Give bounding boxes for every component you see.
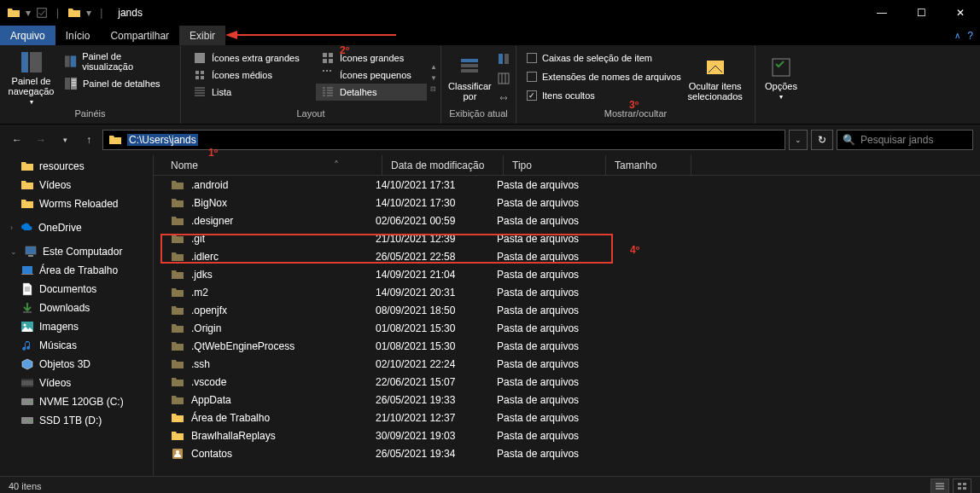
table-row[interactable]: BrawlhallaReplays30/09/2021 19:03Pasta d… <box>154 426 980 444</box>
file-list[interactable]: .android14/10/2021 17:31Pasta de arquivo… <box>154 176 980 476</box>
medium-icons-button[interactable]: Ícones médios <box>188 67 316 84</box>
details-pane-button[interactable]: Painel de detalhes <box>61 75 173 92</box>
preview-pane-button[interactable]: Painel de visualização <box>61 49 173 73</box>
help-icon[interactable]: ? <box>967 30 973 42</box>
file-name: .QtWebEngineProcess <box>191 340 295 352</box>
sidebar-item-worms[interactable]: Worms Reloaded <box>0 194 153 213</box>
item-checkboxes-toggle[interactable]: Caixas de seleção de item <box>523 51 685 65</box>
column-header-date[interactable]: Data de modificação <box>382 155 504 175</box>
file-type: Pasta de arquivos <box>497 269 599 281</box>
file-type: Pasta de arquivos <box>497 376 599 388</box>
sidebar-item-nvme-drive[interactable]: NVME 120GB (C:) <box>0 392 153 411</box>
tab-home[interactable]: Início <box>55 26 101 45</box>
file-type: Pasta de arquivos <box>497 412 599 424</box>
up-button[interactable]: ↑ <box>79 130 99 150</box>
sidebar-item-this-pc[interactable]: ⌄Este Computador <box>0 242 153 261</box>
recent-locations-button[interactable]: ▾ <box>55 130 75 150</box>
table-row[interactable]: .idlerc26/05/2021 22:58Pasta de arquivos <box>154 247 980 265</box>
svg-rect-26 <box>329 53 333 57</box>
table-row[interactable]: Área de Trabalho21/10/2021 12:37Pasta de… <box>154 409 980 426</box>
table-row[interactable]: .jdks14/09/2021 21:04Pasta de arquivos <box>154 265 980 283</box>
refresh-button[interactable]: ↻ <box>811 130 833 150</box>
thumbnails-view-toggle[interactable] <box>953 478 971 494</box>
column-header-size[interactable]: Tamanho <box>606 155 691 175</box>
sidebar-item-ssd-drive[interactable]: SSD 1TB (D:) <box>0 411 153 430</box>
scroll-up-icon[interactable]: ▲ <box>430 63 437 71</box>
file-date: 01/08/2021 15:30 <box>376 322 497 334</box>
table-row[interactable]: Contatos26/05/2021 19:34Pasta de arquivo… <box>154 444 980 462</box>
folder-icon <box>7 6 20 20</box>
file-type: Pasta de arquivos <box>497 394 599 406</box>
layout-group-label: Layout <box>188 107 434 120</box>
table-row[interactable]: .BigNox14/10/2021 17:30Pasta de arquivos <box>154 194 980 212</box>
file-date: 14/10/2021 17:30 <box>376 197 497 209</box>
hidden-items-toggle[interactable]: Itens ocultos <box>523 89 685 102</box>
table-row[interactable]: .git21/10/2021 12:39Pasta de arquivos <box>154 229 980 247</box>
group-by-icon[interactable] <box>497 52 510 66</box>
table-row[interactable]: .Origin01/08/2021 15:30Pasta de arquivos <box>154 319 980 337</box>
forward-button[interactable]: → <box>31 130 51 150</box>
folder-icon <box>171 196 184 210</box>
sidebar-item-videos[interactable]: Vídeos <box>0 176 153 194</box>
add-columns-icon[interactable] <box>497 72 510 85</box>
sidebar-item-desktop[interactable]: Área de Trabalho <box>0 261 153 280</box>
options-button[interactable]: Opções ▾ <box>762 49 800 107</box>
file-date: 26/05/2021 22:58 <box>376 251 497 263</box>
scroll-down-icon[interactable]: ▼ <box>430 74 437 82</box>
search-input[interactable]: 🔍 Pesquisar jands <box>837 130 973 150</box>
navigation-pane-button[interactable]: Painel de navegação ▾ <box>7 49 55 107</box>
extra-large-icons-button[interactable]: Ícones extra grandes <box>188 49 316 67</box>
svg-rect-39 <box>773 59 790 76</box>
tab-view[interactable]: Exibir <box>179 26 225 45</box>
table-row[interactable]: .QtWebEngineProcess01/08/2021 15:30Pasta… <box>154 337 980 355</box>
size-columns-icon[interactable] <box>497 91 510 105</box>
file-extensions-toggle[interactable]: Extensões de nomes de arquivos <box>523 70 685 84</box>
tab-file[interactable]: Arquivo <box>0 26 55 45</box>
tab-share[interactable]: Compartilhar <box>100 26 179 45</box>
sidebar-item-3d-objects[interactable]: Objetos 3D <box>0 355 153 374</box>
file-name: .idlerc <box>191 251 219 263</box>
hide-selected-button[interactable]: Ocultar itens selecionados <box>690 49 741 107</box>
large-icons-button[interactable]: Ícones grandes <box>316 49 427 67</box>
details-view-button[interactable]: Detalhes <box>316 84 427 101</box>
column-header-type[interactable]: Tipo <box>504 155 606 175</box>
chevron-up-icon[interactable]: ∧ <box>954 31 960 40</box>
minimize-button[interactable]: — <box>862 0 901 26</box>
small-icons-button[interactable]: Ícones pequenos <box>316 67 427 84</box>
table-row[interactable]: .openjfx08/09/2021 18:50Pasta de arquivo… <box>154 301 980 319</box>
svg-rect-37 <box>499 73 509 84</box>
details-view-toggle[interactable] <box>930 478 949 494</box>
file-type: Pasta de arquivos <box>497 322 599 334</box>
list-button[interactable]: Lista <box>188 84 316 101</box>
table-row[interactable]: .ssh02/10/2021 22:24Pasta de arquivos <box>154 355 980 373</box>
folder-icon <box>171 232 184 246</box>
column-headers: Nome˄ Data de modificação Tipo Tamanho <box>154 155 980 176</box>
table-row[interactable]: .android14/10/2021 17:31Pasta de arquivo… <box>154 176 980 194</box>
sidebar-item-documents[interactable]: Documentos <box>0 280 153 299</box>
expand-icon[interactable]: ⊟ <box>430 85 437 93</box>
sidebar-item-resources[interactable]: resources <box>0 157 153 176</box>
sidebar-item-music[interactable]: Músicas <box>0 336 153 355</box>
svg-rect-33 <box>461 64 478 67</box>
file-date: 22/06/2021 15:07 <box>376 376 497 388</box>
sidebar-item-downloads[interactable]: Downloads <box>0 299 153 317</box>
sort-by-button[interactable]: Classificar por <box>448 49 492 107</box>
address-field[interactable]: C:\Users\jands <box>102 130 785 150</box>
table-row[interactable]: .designer02/06/2021 00:59Pasta de arquiv… <box>154 212 980 229</box>
close-button[interactable]: ✕ <box>941 0 980 26</box>
table-row[interactable]: .vscode22/06/2021 15:07Pasta de arquivos <box>154 373 980 391</box>
file-date: 21/10/2021 12:39 <box>376 233 497 245</box>
checkbox-icon[interactable] <box>36 7 48 19</box>
table-row[interactable]: .m214/09/2021 20:31Pasta de arquivos <box>154 283 980 301</box>
address-dropdown-button[interactable]: ⌄ <box>789 130 808 150</box>
current-view-group-label: Exibição atual <box>448 107 509 120</box>
sidebar-item-images[interactable]: Imagens <box>0 317 153 336</box>
sidebar-item-onedrive[interactable]: ›OneDrive <box>0 218 153 237</box>
back-button[interactable]: ← <box>7 130 27 150</box>
sidebar-item-videos2[interactable]: Vídeos <box>0 374 153 392</box>
svg-rect-17 <box>71 55 77 67</box>
maximize-button[interactable]: ☐ <box>901 0 941 26</box>
table-row[interactable]: AppData26/05/2021 19:33Pasta de arquivos <box>154 391 980 409</box>
svg-rect-43 <box>963 487 966 490</box>
column-header-name[interactable]: Nome˄ <box>154 155 382 175</box>
